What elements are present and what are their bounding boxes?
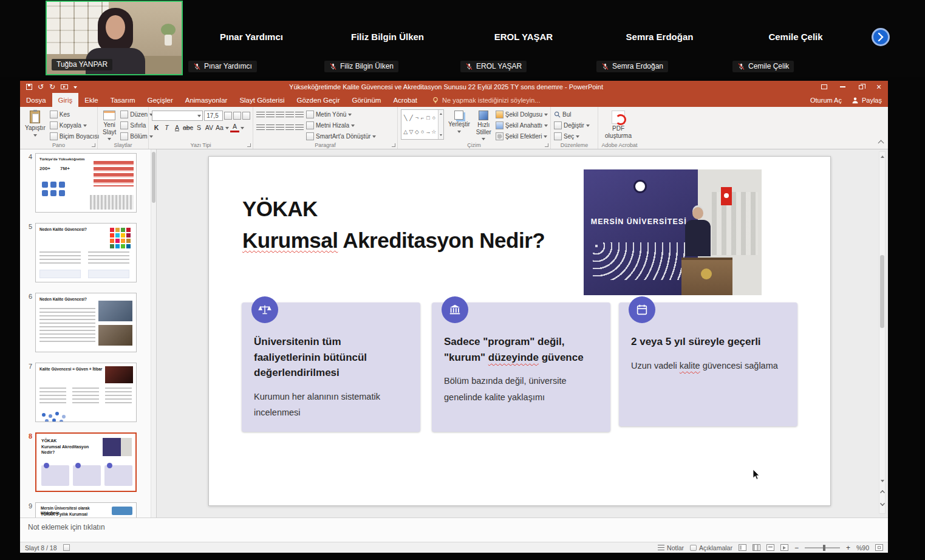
slide-thumbnail-5[interactable]: 5 Neden Kalite Güvencesi? xyxy=(22,223,137,282)
restore-button[interactable] xyxy=(852,81,870,93)
spellcheck-icon[interactable] xyxy=(63,544,70,551)
tab-ekle[interactable]: Ekle xyxy=(78,93,104,107)
shape-star-icon[interactable]: ☆ xyxy=(431,129,436,135)
save-icon[interactable] xyxy=(26,84,32,90)
scroll-up-arrow[interactable] xyxy=(881,154,884,158)
zoom-in-button[interactable]: + xyxy=(846,544,850,552)
next-participants-button[interactable] xyxy=(872,28,890,46)
shape-elbow-icon[interactable]: ¬ xyxy=(415,115,418,121)
sign-in-button[interactable]: Oturum Aç xyxy=(810,97,842,104)
find-button[interactable]: Bul xyxy=(554,109,595,120)
tab-tasarim[interactable]: Tasarım xyxy=(104,93,142,107)
tab-gozden-gecir[interactable]: Gözden Geçir xyxy=(291,93,346,107)
start-slideshow-icon[interactable] xyxy=(61,84,68,89)
video-tile-self[interactable]: Tuğba YANPAR xyxy=(46,1,183,75)
video-tile[interactable]: Filiz Bilgin Ülken Filiz Bilgin Ülken xyxy=(319,0,456,76)
notes-toggle[interactable]: Notlar xyxy=(658,544,684,551)
undo-icon[interactable]: ↺ xyxy=(38,83,44,90)
font-dialog-launcher[interactable] xyxy=(247,143,251,147)
slide-thumbnail-8-selected[interactable]: 8 YÖKAK Kurumsal Akreditasyon Nedir? xyxy=(22,432,137,492)
shape-outline-button[interactable]: Şekil Anahattı xyxy=(496,120,548,131)
shapes-gallery-scrollbar[interactable] xyxy=(438,110,443,139)
columns-icon[interactable] xyxy=(295,125,304,132)
info-card-1[interactable]: Üniversitenin tüm faaliyetlerinin bütünc… xyxy=(242,302,420,432)
shapes-gallery[interactable]: ╲ ╱ ¬ ⌐ □ ○ △ ▽ ◇ ○ → ☆ xyxy=(401,109,444,140)
customize-qat-caret[interactable] xyxy=(73,86,77,90)
font-color-button[interactable]: A xyxy=(230,123,239,132)
format-painter-button[interactable]: Biçim Boyacısı xyxy=(50,131,100,142)
shape-effects-button[interactable]: Şekil Efektleri xyxy=(496,131,548,142)
shape-line2-icon[interactable]: ╱ xyxy=(409,115,412,121)
arrange-button[interactable]: Yerleştir xyxy=(446,109,472,135)
shape-line-icon[interactable]: ╲ xyxy=(404,115,407,121)
font-name-combobox[interactable] xyxy=(152,111,203,121)
slide-scrollbar[interactable] xyxy=(879,151,886,514)
current-slide[interactable]: YÖKAK Kurumsal Akreditasyon Nedir? MERSİ… xyxy=(208,156,831,506)
zoom-slider-thumb[interactable] xyxy=(823,545,825,551)
drawing-dialog-launcher[interactable] xyxy=(545,143,548,147)
text-shadow-button[interactable]: S xyxy=(194,123,203,132)
align-left-icon[interactable] xyxy=(256,125,265,132)
zoom-slider[interactable] xyxy=(805,547,840,548)
line-spacing-icon[interactable] xyxy=(295,112,304,119)
tab-dosya[interactable]: Dosya xyxy=(20,93,52,107)
copy-button[interactable]: Kopyala xyxy=(50,120,100,131)
paste-button[interactable]: Yapıştır xyxy=(23,109,47,138)
close-button[interactable]: × xyxy=(870,81,888,93)
smartart-button[interactable]: SmartArt'a Dönüştür xyxy=(306,131,376,142)
change-case-button[interactable]: Aa xyxy=(215,123,224,132)
quick-styles-button[interactable]: Hızlı Stiller xyxy=(474,109,493,142)
notes-pane[interactable]: Not eklemek için tıklatın xyxy=(20,517,888,542)
scrollbar-thumb[interactable] xyxy=(880,255,884,328)
numbering-icon[interactable] xyxy=(266,112,275,119)
comments-toggle[interactable]: Açıklamalar xyxy=(690,544,732,551)
reading-view-button[interactable] xyxy=(766,544,774,551)
next-slide-button[interactable] xyxy=(880,501,885,506)
paragraph-dialog-launcher[interactable] xyxy=(392,143,395,147)
replace-button[interactable]: Değiştir xyxy=(554,120,595,131)
align-text-button[interactable]: Metni Hizala xyxy=(306,120,376,131)
tab-acrobat[interactable]: Acrobat xyxy=(387,93,423,107)
tab-animasyonlar[interactable]: Animasyonlar xyxy=(179,93,234,107)
shape-ellipse-icon[interactable]: ○ xyxy=(432,115,435,121)
shape-triangle-down-icon[interactable]: ▽ xyxy=(409,129,414,135)
shape-circle-icon[interactable]: ○ xyxy=(421,129,424,135)
increase-indent-icon[interactable] xyxy=(285,112,294,119)
slide-sorter-view-button[interactable] xyxy=(753,544,760,551)
pdf-create-button[interactable]: PDF oluşturma xyxy=(601,109,635,140)
share-button[interactable]: Paylaş xyxy=(852,97,882,104)
slideshow-view-button[interactable] xyxy=(780,544,788,551)
zoom-out-button[interactable]: − xyxy=(794,544,799,552)
video-tile[interactable]: Cemile Çelik Cemile Çelik xyxy=(728,0,864,76)
info-card-3[interactable]: 2 veya 5 yıl süreyle geçerli Uzun vadeli… xyxy=(619,302,797,426)
decrease-indent-icon[interactable] xyxy=(276,112,284,119)
bold-button[interactable]: K xyxy=(152,123,161,132)
scroll-down-arrow[interactable] xyxy=(881,480,884,484)
slide-thumbnail-9[interactable]: 9 Mersin Üniversitesi olarak Hedefimiz Y… xyxy=(22,502,137,517)
collapse-ribbon-button[interactable] xyxy=(878,140,884,146)
slide-thumbnail-6[interactable]: 6 Neden Kalite Güvencesi? xyxy=(22,293,137,352)
select-button[interactable]: Seç xyxy=(554,131,595,142)
previous-slide-button[interactable] xyxy=(880,490,885,495)
tab-giris[interactable]: Giriş xyxy=(52,93,79,107)
minimize-button[interactable] xyxy=(833,81,852,93)
cut-button[interactable]: Kes xyxy=(50,109,100,120)
italic-button[interactable]: T xyxy=(162,123,171,132)
align-center-icon[interactable] xyxy=(266,125,275,132)
slide-thumbnail-4[interactable]: 4 Türkiye'de Yükseköğretim 200+ 7M+ xyxy=(22,153,137,213)
shape-elbow2-icon[interactable]: ⌐ xyxy=(421,115,424,121)
new-slide-button[interactable]: Yeni Slayt xyxy=(101,109,118,142)
clear-formatting-icon[interactable] xyxy=(242,112,250,120)
character-spacing-button[interactable]: AV xyxy=(205,123,214,132)
zoom-level[interactable]: %90 xyxy=(856,544,869,551)
tab-slayt-gosterisi[interactable]: Slayt Gösterisi xyxy=(233,93,290,107)
tell-me-box[interactable]: Ne yapmak istediğinizi söyleyin... xyxy=(432,97,540,104)
align-right-icon[interactable] xyxy=(276,125,284,132)
clipboard-dialog-launcher[interactable] xyxy=(92,143,95,147)
slide-photo[interactable]: MERSİN ÜNİVERSİTESİ xyxy=(584,169,762,295)
justify-icon[interactable] xyxy=(285,125,294,132)
underline-button[interactable]: A xyxy=(172,123,182,132)
shape-arrow-icon[interactable]: → xyxy=(426,129,431,135)
slide-thumbnail-7[interactable]: 7 Kalite Güvencesi = Güven + İtibar xyxy=(22,363,137,422)
thumbnail-scrollbar-thumb[interactable] xyxy=(152,152,155,203)
